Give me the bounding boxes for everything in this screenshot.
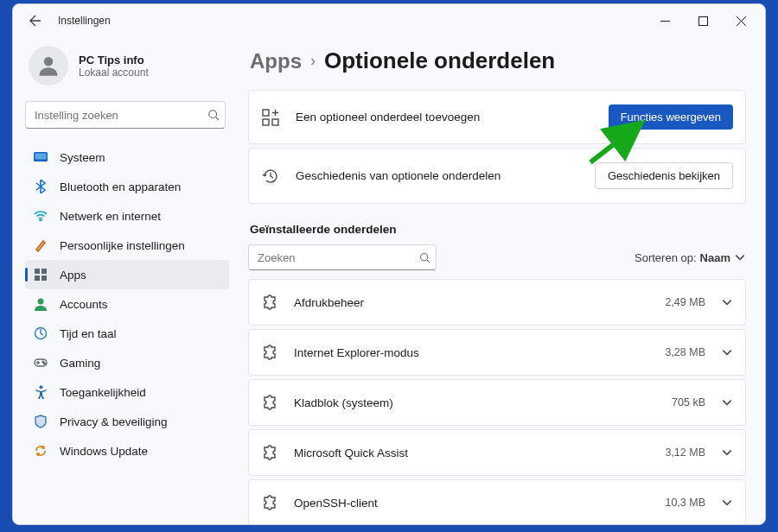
system-icon [34,150,48,164]
sort-label: Sorteren op: [635,251,697,264]
view-features-button[interactable]: Functies weergeven [609,104,733,130]
paintbrush-icon [34,238,48,252]
svg-rect-1 [698,16,707,25]
svg-point-19 [39,385,42,389]
list-item[interactable]: Internet Explorer-modus 3,28 MB [248,329,746,376]
search-icon [419,252,430,263]
settings-search-input[interactable] [35,109,207,122]
nav-list: Systeem Bluetooth en apparaten Netwerk e… [25,142,229,466]
sidebar-item-label: Privacy & beveiliging [60,415,168,428]
svg-point-14 [38,299,44,305]
main-panel: Apps › Optionele onderdelen Een optionee… [234,37,765,524]
profile-block[interactable]: PC Tips info Lokaal account [25,37,229,101]
maximize-icon [698,16,708,26]
minimize-button[interactable] [646,7,684,35]
sidebar-item-apps[interactable]: Apps [25,260,229,289]
installed-search-input[interactable] [258,251,419,264]
chevron-down-icon [721,497,733,509]
svg-rect-11 [41,269,47,274]
sidebar-item-tijd[interactable]: Tijd en taal [25,319,229,348]
svg-rect-22 [272,119,278,125]
back-button[interactable] [23,9,48,33]
sidebar-item-label: Apps [60,269,86,282]
sidebar-item-label: Persoonlijke instellingen [60,239,185,252]
item-name: Microsoft Quick Assist [294,446,665,459]
profile-name: PC Tips info [79,54,149,66]
history-card: Geschiedenis van optionele onderdelen Ge… [248,148,746,204]
item-size: 3,28 MB [665,346,705,358]
sidebar-item-label: Accounts [60,298,108,311]
history-icon [261,167,280,186]
svg-rect-10 [35,269,40,274]
add-feature-card: Een optioneel onderdeel toevoegen Functi… [248,90,746,144]
item-size: 2,49 MB [665,296,705,308]
page-title: Optionele onderdelen [324,48,555,74]
person-icon [36,54,61,78]
sidebar-item-bluetooth[interactable]: Bluetooth en apparaten [25,172,229,201]
puzzle-icon [261,394,278,411]
sort-dropdown[interactable]: Sorteren op: Naam [635,251,746,264]
clock-globe-icon [34,326,48,340]
sidebar-item-label: Tijd en taal [60,327,117,340]
puzzle-icon [261,294,278,311]
sidebar-item-label: Windows Update [60,445,148,458]
history-label: Geschiedenis van optionele onderdelen [296,169,595,182]
avatar [29,46,68,86]
svg-point-23 [421,253,428,260]
svg-point-4 [44,57,54,66]
view-history-button[interactable]: Geschiedenis bekijken [595,162,733,189]
sidebar-item-windows-update[interactable]: Windows Update [25,436,229,466]
list-item[interactable]: OpenSSH-client 10,3 MB [248,479,746,524]
sidebar-item-persoonlijke[interactable]: Persoonlijke instellingen [25,231,229,260]
chevron-down-icon [721,396,733,408]
update-icon [34,444,48,458]
svg-rect-13 [41,276,47,281]
item-size: 10,3 MB [665,497,705,509]
breadcrumb-parent[interactable]: Apps [250,49,302,73]
list-item[interactable]: Microsoft Quick Assist 3,12 MB [248,429,746,476]
list-item[interactable]: Kladblok (systeem) 705 kB [248,379,746,426]
sidebar-item-privacy[interactable]: Privacy & beveiliging [25,407,229,436]
puzzle-icon [261,494,278,511]
sidebar-item-label: Toegankelijkheid [60,386,146,399]
sidebar-item-label: Bluetooth en apparaten [60,180,181,193]
arrow-left-icon [29,14,42,28]
close-button[interactable] [722,7,760,35]
sort-value: Naam [700,251,730,264]
svg-rect-21 [263,119,269,125]
account-icon [34,297,48,311]
chevron-right-icon: › [310,52,316,70]
add-feature-label: Een optioneel onderdeel toevoegen [296,111,609,124]
sidebar-item-toegankelijkheid[interactable]: Toegankelijkheid [25,377,229,407]
sidebar-item-label: Gaming [60,357,100,370]
svg-point-5 [209,111,217,118]
chevron-down-icon [721,346,733,358]
settings-search[interactable] [25,101,226,129]
apps-icon [34,268,48,282]
svg-rect-20 [263,110,269,116]
item-name: Internet Explorer-modus [294,346,665,359]
sidebar-item-label: Netwerk en internet [60,210,161,223]
list-item[interactable]: Afdrukbeheer 2,49 MB [248,279,746,326]
chevron-down-icon [721,446,733,459]
gaming-icon [34,356,48,370]
item-name: OpenSSH-client [294,497,665,510]
maximize-button[interactable] [684,7,722,35]
puzzle-icon [261,444,278,461]
list-toolbar: Sorteren op: Naam [248,244,746,270]
add-grid-icon [261,108,280,127]
sidebar-item-accounts[interactable]: Accounts [25,289,229,319]
svg-line-6 [216,117,220,121]
sidebar-item-systeem[interactable]: Systeem [25,142,229,172]
installed-search[interactable] [248,244,437,270]
close-icon [737,16,746,26]
sidebar: PC Tips info Lokaal account Systeem Blue… [13,37,234,524]
sidebar-item-gaming[interactable]: Gaming [25,348,229,377]
svg-point-9 [40,219,41,221]
chevron-down-icon [721,296,733,308]
svg-line-24 [427,259,430,262]
profile-subtitle: Lokaal account [79,66,149,79]
sidebar-item-netwerk[interactable]: Netwerk en internet [25,201,229,231]
svg-point-17 [42,361,44,363]
bluetooth-icon [34,180,48,193]
